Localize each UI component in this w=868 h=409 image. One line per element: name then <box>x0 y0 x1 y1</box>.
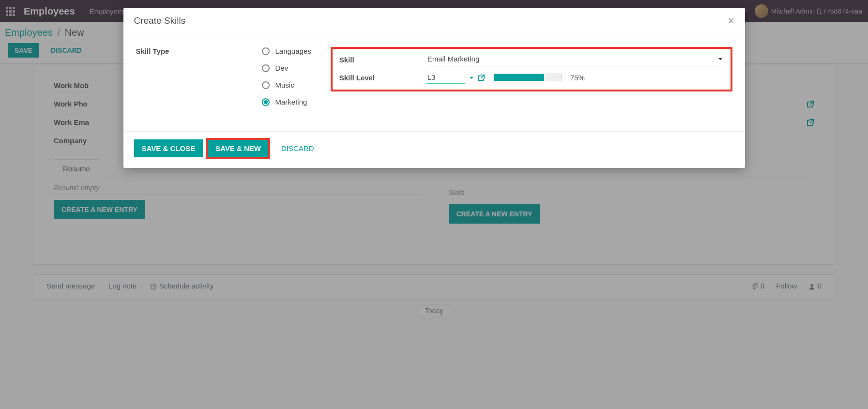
radio-marketing[interactable]: Marketing <box>262 98 311 106</box>
radio-icon <box>262 98 270 106</box>
highlight-box: Skill Email Marketing Skill Level <box>331 47 732 91</box>
radio-icon <box>262 81 270 89</box>
radio-icon <box>262 47 270 55</box>
skill-type-options: Languages Dev Music Marketing <box>262 47 311 115</box>
radio-music[interactable]: Music <box>262 81 311 89</box>
progress-fill <box>494 74 545 81</box>
skill-dropdown[interactable]: Email Marketing <box>426 53 724 66</box>
radio-languages[interactable]: Languages <box>262 47 311 55</box>
close-icon[interactable]: × <box>728 15 734 26</box>
save-and-new-button[interactable]: SAVE & NEW <box>208 139 269 157</box>
chevron-down-icon[interactable] <box>469 73 474 82</box>
external-link-icon[interactable] <box>478 73 485 82</box>
progress-bar <box>494 74 562 81</box>
skill-field-label: Skill <box>339 56 426 64</box>
modal-title: Create Skills <box>134 15 186 26</box>
radio-dev[interactable]: Dev <box>262 64 311 72</box>
modal-overlay: Create Skills × Skill Type Languages Dev <box>0 0 868 325</box>
save-and-close-button[interactable]: SAVE & CLOSE <box>134 139 203 157</box>
progress-percent: 75% <box>570 74 585 82</box>
modal-discard-button[interactable]: DISCARD <box>274 139 322 157</box>
skill-type-label: Skill Type <box>136 47 218 55</box>
chevron-down-icon <box>718 57 723 61</box>
skill-level-label: Skill Level <box>339 74 426 82</box>
skill-level-input[interactable] <box>426 71 465 84</box>
skill-value: Email Marketing <box>427 55 480 63</box>
create-skills-modal: Create Skills × Skill Type Languages Dev <box>123 8 745 168</box>
radio-icon <box>262 64 270 72</box>
